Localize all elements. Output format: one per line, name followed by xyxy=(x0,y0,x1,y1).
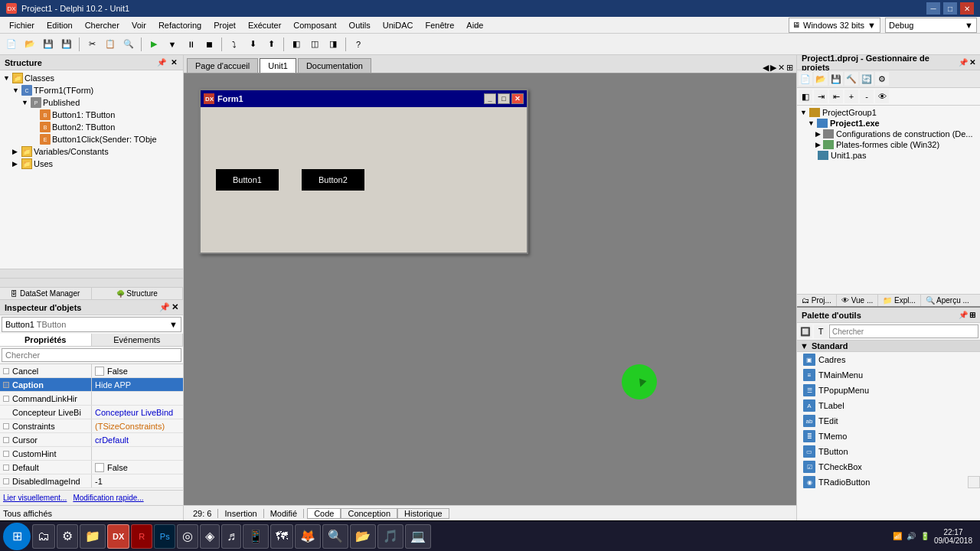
toolbar-btn3[interactable]: 🔍 xyxy=(120,36,137,53)
prop-constraints[interactable]: Constraints (TSizeConstraints) xyxy=(0,419,183,433)
close-panel-button[interactable]: ✕ xyxy=(169,58,178,67)
h-scrollbar[interactable] xyxy=(0,269,183,278)
prop-customhint[interactable]: CustomHint xyxy=(0,447,183,461)
align-center[interactable]: ◫ xyxy=(306,36,323,53)
cursor-indicator[interactable] xyxy=(622,364,657,399)
clock[interactable]: 22:17 09/04/2018 xyxy=(934,528,972,545)
tree-published[interactable]: ▼ P Published xyxy=(2,96,181,109)
palette-tcheckbox[interactable]: ☑ TCheckBox xyxy=(797,459,980,474)
prop-default[interactable]: Default False xyxy=(0,461,183,474)
prop-cursor[interactable]: Cursor crDefault xyxy=(0,433,183,447)
palette-tpopupmenu[interactable]: ☰ TPopupMenu xyxy=(797,383,980,398)
maximize-button[interactable]: □ xyxy=(943,2,957,15)
tab-conception[interactable]: Conception xyxy=(341,508,397,519)
view-tab-expl[interactable]: 📁 Expl... xyxy=(878,295,921,306)
taskbar-app6[interactable]: ♬ xyxy=(221,524,241,549)
taskbar-search[interactable]: 🔍 xyxy=(322,524,348,549)
proj-pin[interactable]: 📌 xyxy=(959,58,968,67)
platform-selector[interactable]: 🖥 Windows 32 bits ▼ xyxy=(789,18,880,33)
inspector-close[interactable]: ✕ xyxy=(172,302,178,312)
tab-accueil[interactable]: Page d'accueil xyxy=(187,58,258,73)
taskbar-viber[interactable]: 📱 xyxy=(243,524,269,549)
tab-code[interactable]: Code xyxy=(307,508,341,519)
run-dropdown[interactable]: ▼ xyxy=(164,36,181,53)
help-button[interactable]: ? xyxy=(350,36,367,53)
taskbar-folder[interactable]: 📂 xyxy=(350,524,376,549)
proj-refresh[interactable]: 🔄 xyxy=(860,72,874,86)
proj-save[interactable]: 💾 xyxy=(829,72,843,86)
tab-properties[interactable]: Propriétés xyxy=(0,334,92,346)
proj-align[interactable]: ◧ xyxy=(799,90,812,103)
prop-caption[interactable]: Caption Hide APP xyxy=(0,378,183,392)
form-titlebar[interactable]: DX Form1 _ □ ✕ xyxy=(201,90,527,107)
palette-tmainmenu[interactable]: ≡ TMainMenu xyxy=(797,367,980,383)
taskbar-media[interactable]: 🎵 xyxy=(377,524,403,549)
palette-tbutton[interactable]: ▭ TButton xyxy=(797,444,980,459)
step-out[interactable]: ⬆ xyxy=(263,36,279,53)
proj-platforms[interactable]: ▶ Plates-formes cible (Win32) xyxy=(799,139,978,150)
taskbar-explorer[interactable]: 🗂 xyxy=(32,524,55,549)
section-standard[interactable]: ▼ Standard xyxy=(797,341,980,352)
prop-disabledimageind[interactable]: DisabledImageInd -1 xyxy=(0,474,183,488)
proj-expand[interactable]: + xyxy=(844,90,858,103)
proj-group1[interactable]: ▼ ProjectGroup1 xyxy=(799,107,978,118)
form-close[interactable]: ✕ xyxy=(511,93,524,104)
start-button[interactable]: ⊞ xyxy=(3,523,31,550)
form-minimize[interactable]: _ xyxy=(484,93,496,104)
modification-rapide[interactable]: Modification rapide... xyxy=(73,494,143,502)
palette-btn2[interactable]: T xyxy=(814,324,828,338)
menu-unidac[interactable]: UniDAC xyxy=(377,19,420,31)
toolbar-btn1[interactable]: ✂ xyxy=(83,36,100,53)
form-button1[interactable]: Button1 xyxy=(216,169,279,191)
taskbar-firefox[interactable]: 🦊 xyxy=(295,524,321,549)
h-scrollbar2[interactable] xyxy=(0,278,183,287)
palette-pin[interactable]: 📌 xyxy=(959,311,968,319)
proj-project1[interactable]: ▼ Project1.exe xyxy=(799,118,978,129)
palette-expand[interactable]: ⊞ xyxy=(969,311,975,319)
menu-refactoring[interactable]: Refactoring xyxy=(152,19,207,31)
pin-button[interactable]: 📌 xyxy=(155,58,168,67)
menu-edition[interactable]: Edition xyxy=(41,19,79,31)
lier-visuellement[interactable]: Lier visuellement... xyxy=(3,494,67,502)
open-button[interactable]: 📂 xyxy=(21,36,38,53)
tree-variables[interactable]: ▶ 📁 Variables/Constants xyxy=(2,145,181,158)
proj-configs[interactable]: ▶ Configurations de construction (De... xyxy=(799,129,978,139)
step-in[interactable]: ⬇ xyxy=(244,36,261,53)
run-button[interactable]: ▶ xyxy=(145,36,162,53)
save-all-button[interactable]: 💾 xyxy=(58,36,75,53)
taskbar-photoshop[interactable]: Ps xyxy=(154,524,175,549)
tab-structure[interactable]: 🌳 Structure xyxy=(92,288,184,299)
taskbar-rad[interactable]: R xyxy=(131,524,152,549)
menu-chercher[interactable]: Chercher xyxy=(79,19,126,31)
inspector-pin[interactable]: 📌 xyxy=(159,302,170,312)
toolbar-btn2[interactable]: 📋 xyxy=(102,36,119,53)
step-over[interactable]: ⤵ xyxy=(226,36,243,53)
prop-concepteur[interactable]: Concepteur LiveBi Concepteur LiveBind xyxy=(0,406,183,419)
tree-tform1[interactable]: ▼ C TForm1(TForm) xyxy=(2,84,181,96)
menu-outils[interactable]: Outils xyxy=(343,19,377,31)
taskbar-delphi[interactable]: DX xyxy=(107,524,129,549)
palette-btn1[interactable]: 🔲 xyxy=(799,324,812,338)
proj-new[interactable]: 📄 xyxy=(799,72,812,86)
proj-close[interactable]: ✕ xyxy=(969,58,975,67)
taskbar-maps[interactable]: 🗺 xyxy=(270,524,293,549)
tree-button1[interactable]: B Button1: TButton xyxy=(2,109,181,121)
align-right[interactable]: ◨ xyxy=(325,36,341,53)
stop-button[interactable]: ⏹ xyxy=(201,36,217,53)
tree-button2[interactable]: B Button2: TButton xyxy=(2,121,181,133)
view-tab-apercu[interactable]: 🔍 Aperçu ... xyxy=(921,295,974,306)
align-left[interactable]: ◧ xyxy=(288,36,305,53)
proj-build[interactable]: 🔨 xyxy=(844,72,858,86)
tab-close[interactable]: ✕ xyxy=(778,63,785,73)
menu-projet[interactable]: Projet xyxy=(207,19,242,31)
close-button[interactable]: ✕ xyxy=(960,2,974,15)
tab-nav-left[interactable]: ◀ xyxy=(763,63,769,73)
build-config-dropdown[interactable]: Debug▼ xyxy=(885,18,977,33)
proj-indent[interactable]: ⇥ xyxy=(814,90,828,103)
tree-button1click[interactable]: E Button1Click(Sender: TObje xyxy=(2,133,181,145)
tree-uses[interactable]: ▶ 📁 Uses xyxy=(2,158,181,170)
tab-events[interactable]: Evénements xyxy=(92,334,184,346)
tab-nav-right[interactable]: ▶ xyxy=(770,63,776,73)
menu-fenetre[interactable]: Fenêtre xyxy=(419,19,460,31)
proj-view[interactable]: 👁 xyxy=(875,90,889,103)
